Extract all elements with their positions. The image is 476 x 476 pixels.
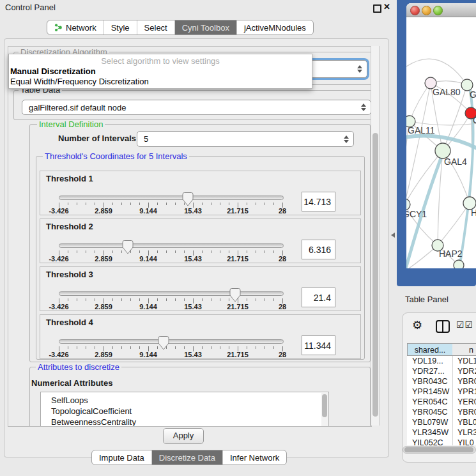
column-view-icon[interactable] [436,320,450,333]
network-node[interactable] [454,260,464,268]
slider-tick [86,250,86,253]
traffic-light-red-icon[interactable] [410,6,420,15]
slider-tick-label: 2.859 [95,303,112,311]
network-edge[interactable] [406,59,467,85]
tab-label: Style [111,23,130,33]
shared-name-cell: YPR145W [412,387,449,397]
slider-tick [68,298,68,301]
slider-thumb[interactable] [122,240,134,254]
slider-tick [130,346,131,349]
table-row[interactable]: YBR045CYBR0 [407,407,476,417]
slider-thumb[interactable] [182,192,194,206]
network-edge[interactable] [410,121,476,125]
slider-tick-label: -3.426 [49,351,68,358]
number-of-intervals-label: Number of Intervals [58,134,136,143]
slider-thumb[interactable] [158,336,169,350]
table-row[interactable]: YIL052CYIL0 [407,438,476,445]
table-row[interactable]: YPR145WYPR1 [407,387,476,397]
table-row[interactable]: YBR043CYBR0 [407,376,476,387]
slider-tick [166,298,167,301]
slider-tick [202,203,203,205]
close-icon[interactable]: ✕ [383,2,390,12]
popup-option-equal-width[interactable]: Equal Width/Frequency Discretization [10,77,149,86]
scrollbar-thumb[interactable] [322,394,327,417]
slider-tick [68,203,68,205]
settings-gear-icon[interactable]: ⚙ [412,318,422,332]
table-row[interactable]: YDL19...YDL1 [407,356,476,366]
threshold-value-field[interactable]: 21.4 [302,288,335,307]
network-window-titlebar[interactable] [406,3,476,17]
slider-tick-label: 2.859 [95,255,112,263]
slider-tick [175,346,176,349]
network-edge[interactable] [410,83,431,121]
table-row[interactable]: YDR27...YDR2 [407,366,476,376]
name-cell: YPR1 [457,387,476,397]
popup-hint-item[interactable]: Select algorithm to view settings [9,56,312,66]
slider-tick [166,203,167,205]
slider-tick [229,346,229,349]
traffic-light-green-icon[interactable] [433,6,443,15]
threshold-panel-2: Threshold 2-3.4262.8599.14415.4321.71528… [40,219,361,263]
network-node-label: GCY1 [406,209,427,219]
network-edge[interactable] [406,151,443,204]
network-node-label: GAL80 [433,87,461,97]
tab-select[interactable]: Select [137,20,174,35]
interval-definition-title: Interval Definition [37,120,105,128]
shared-name-cell: YDL19... [412,356,443,366]
network-node-label: GAL11 [408,125,435,135]
slider-tick [139,250,140,253]
column-header-name[interactable]: n [452,343,476,356]
slider-tick-label: 9.144 [139,351,157,358]
slider-tick [256,298,256,301]
slider-track[interactable] [59,196,284,200]
name-cell: YER0 [457,397,476,407]
traffic-light-yellow-icon[interactable] [422,6,431,15]
shared-name-cell: YBL079W [412,417,448,427]
threshold-value-field[interactable]: 11.344 [302,335,335,355]
float-icon[interactable] [373,4,381,13]
slider-tick-label: 21.715 [227,303,249,311]
apply-button[interactable]: Apply [163,428,204,444]
slider-thumb[interactable] [229,288,241,302]
table-data-combobox[interactable]: galFiltered.sif default node [22,100,371,115]
tab-infer-network[interactable]: Infer Network [222,450,286,464]
threshold-label: Threshold 1 [46,174,93,183]
tab-impute-data[interactable]: Impute Data [92,450,151,464]
slider-track[interactable] [59,339,284,344]
attribute-item[interactable]: BetweennessCentrality [41,417,328,427]
slider-tick-label: 9.144 [139,255,157,263]
tab-style[interactable]: Style [104,20,137,35]
table-row[interactable]: YER054CYER0 [407,397,476,407]
slider-tick-label: 21.715 [227,255,249,263]
main-vertical-scrollbar[interactable] [371,46,380,426]
tab-jactivemnodules[interactable]: jActiveMNodules [236,20,313,35]
attribute-item[interactable]: SelfLoops [41,395,328,406]
network-canvas[interactable]: GAL80GACGAL11GAL4GCY1HHAP2 [406,17,476,268]
slider-tick [95,346,95,349]
tab-label: jActiveMNodules [244,23,306,33]
table-horizontal-scrollbar[interactable] [403,446,476,454]
attribute-item[interactable]: TopologicalCoefficient [41,406,328,417]
threshold-label: Threshold 4 [46,318,93,327]
table-row[interactable]: YBL079WYBL0 [407,417,476,427]
slider-tick [273,298,274,301]
slider-track[interactable] [59,243,284,248]
numerical-attributes-list[interactable]: SelfLoopsTopologicalCoefficientBetweenne… [40,392,329,427]
tab-discretize-data[interactable]: Discretize Data [151,450,222,464]
slider-track[interactable] [59,291,284,296]
column-header-shared-name[interactable]: shared... [407,343,453,356]
attributes-list-scrollbar[interactable] [321,393,328,427]
tab-network[interactable]: Network [47,20,104,35]
number-of-intervals-combobox[interactable]: 5 [137,131,354,147]
scrollbar-thumb[interactable] [404,447,473,452]
threshold-value-field[interactable]: 6.316 [302,240,335,259]
checked-box-icon[interactable]: ☑☑ [456,319,473,330]
scrollbar-thumb[interactable] [372,133,378,417]
table-panel-title: Table Panel [405,295,449,304]
table-row[interactable]: YLR345WYLR3 [407,427,476,438]
threshold-value-field[interactable]: 14.713 [302,192,335,211]
tab-cyni-toolbox[interactable]: Cyni Toolbox [174,20,236,35]
collapse-left-icon[interactable] [391,233,395,238]
top-tab-bar: NetworkStyleSelectCyni ToolboxjActiveMNo… [47,20,314,35]
popup-option-manual[interactable]: Manual Discretization [10,66,96,76]
